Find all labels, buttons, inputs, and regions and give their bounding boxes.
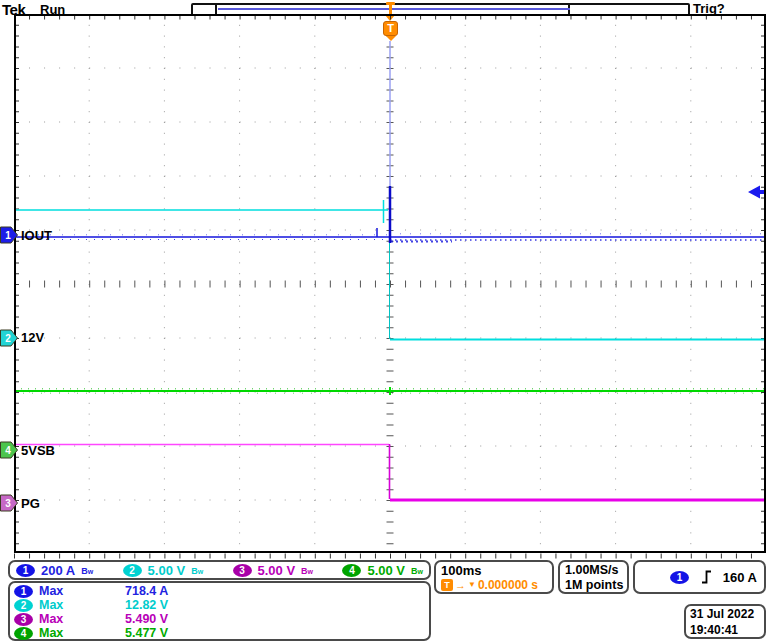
wave-label-iout: IOUT: [21, 228, 52, 243]
record-length: 1M points: [565, 578, 622, 593]
rising-edge-icon: [701, 570, 712, 584]
timebase-panel[interactable]: 100ms T → ▼ 0.000000 s: [434, 560, 554, 594]
acquisition-panel[interactable]: 1.00MS/s 1M points: [558, 560, 629, 594]
ch1-badge: 1: [14, 585, 33, 598]
ch1-bandwidth-icon: Bw: [81, 565, 93, 576]
measurement-value: 5.490 V: [125, 612, 168, 626]
datetime-panel: 31 Jul 2022 19:40:41: [684, 604, 766, 639]
sample-rate: 1.00MS/s: [565, 563, 622, 578]
trace-ch3: [14, 444, 766, 500]
measurement-value: 5.477 V: [125, 626, 168, 640]
trigger-delay-value: 0.000000 s: [478, 578, 538, 592]
wave-label-pg: PG: [21, 496, 40, 511]
date-label: 31 Jul 2022: [690, 607, 760, 623]
delay-triangle-icon: ▼: [468, 578, 476, 592]
ch4-badge[interactable]: 4: [342, 564, 361, 577]
timebase-scale: 100ms: [441, 563, 547, 578]
trigger-t-icon: T: [441, 579, 453, 591]
measurement-name: Max: [39, 612, 91, 626]
ch1-marker-number: 1: [5, 230, 11, 241]
ch4-marker-number: 4: [5, 445, 11, 456]
ch1-scale-group[interactable]: 1 200 A Bw: [16, 563, 93, 578]
arrow-right-icon: →: [455, 578, 466, 592]
measurement-row: 2 Max 12.82 V: [14, 598, 425, 612]
ch3-bandwidth-icon: Bw: [301, 565, 313, 576]
ch4-badge: 4: [14, 627, 33, 640]
trigger-flag[interactable]: T: [383, 21, 398, 36]
channel-scale-panel: 1 200 A Bw 2 5.00 V Bw 3 5.00 V Bw 4 5.0…: [8, 560, 431, 580]
ch3-badge[interactable]: 3: [233, 564, 252, 577]
time-label: 19:40:41: [690, 623, 760, 639]
wave-label-12v: 12V: [21, 330, 44, 345]
measurement-value: 718.4 A: [125, 584, 168, 598]
ch1-scale: 200 A: [41, 563, 75, 578]
wave-label-5vsb: 5VSB: [21, 443, 55, 458]
measurement-value: 12.82 V: [125, 598, 168, 612]
ch2-scale: 5.00 V: [148, 563, 186, 578]
measurement-row: 3 Max 5.490 V: [14, 612, 425, 626]
trigger-level: 160 A: [723, 570, 757, 585]
ch3-scale-group[interactable]: 3 5.00 V Bw: [233, 563, 314, 578]
oscilloscope-screen: Tek Run Trig?: [0, 0, 768, 641]
ch4-bandwidth-icon: Bw: [411, 565, 423, 576]
measurement-name: Max: [39, 626, 91, 640]
ch1-badge[interactable]: 1: [16, 564, 35, 577]
ch2-badge[interactable]: 2: [123, 564, 142, 577]
trigger-flag-arrow-icon: [386, 36, 396, 41]
ch3-scale: 5.00 V: [258, 563, 296, 578]
measurement-name: Max: [39, 584, 91, 598]
measurements-panel: 1 Max 718.4 A 2 Max 12.82 V 3 Max 5.490 …: [8, 581, 431, 641]
trace-ch4: [14, 387, 766, 395]
measurement-name: Max: [39, 598, 91, 612]
ch4-scale: 5.00 V: [367, 563, 405, 578]
ch2-badge: 2: [14, 599, 33, 612]
trigger-source-badge: 1: [670, 571, 689, 584]
trigger-panel[interactable]: 1 160 A: [633, 560, 766, 594]
graticule: 1 2 4 3: [0, 0, 768, 561]
trace-ch1: [14, 186, 766, 243]
ch2-bandwidth-icon: Bw: [191, 565, 203, 576]
trigger-delay-readout: T → ▼ 0.000000 s: [441, 578, 547, 592]
ch3-badge: 3: [14, 613, 33, 626]
ch2-scale-group[interactable]: 2 5.00 V Bw: [123, 563, 204, 578]
ch3-marker-number: 3: [5, 498, 11, 509]
measurement-row: 1 Max 718.4 A: [14, 584, 425, 598]
ch2-marker-number: 2: [5, 333, 11, 344]
ch4-scale-group[interactable]: 4 5.00 V Bw: [342, 563, 423, 578]
measurement-row: 4 Max 5.477 V: [14, 626, 425, 640]
